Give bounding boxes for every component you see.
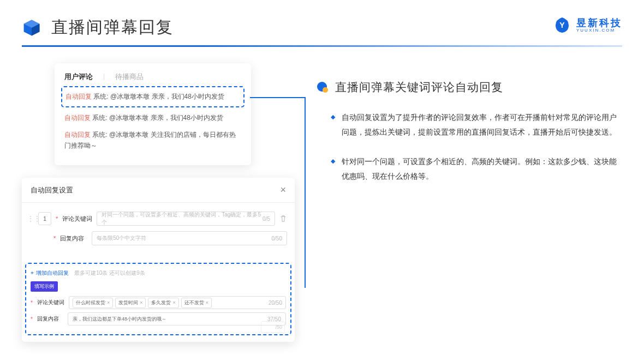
sys-label: 系统: [92,131,109,138]
tag-close-icon[interactable]: × [107,300,110,305]
example-badge: 填写示例 [31,281,58,292]
add-auto-reply-link[interactable]: + 增加自动回复 [31,269,69,277]
section-title: 直播间弹幕关键词评论自动回复 [335,80,503,95]
auto-reply-label: 自动回复 [64,131,91,138]
brand-logo: Y 昱新科技 YUUXIN.COM [553,16,622,34]
ex-content-text: 亲，我们这边都是下单48小时内发货的哦～ [73,316,166,323]
drag-handle-icon[interactable]: ⋮⋮ [27,215,34,222]
content-count: 0/50 [272,236,282,242]
delete-icon[interactable] [279,215,287,222]
auto-reply-settings-panel: 自动回复设置 × ⋮⋮ 1 * 评论关键词 对同一个问题，可设置多个相近、高频的… [22,178,295,342]
sys-label: 系统: [93,93,110,100]
tab-pending-products[interactable]: 待播商品 [115,72,144,82]
page-title: 直播间弹幕回复 [51,16,174,39]
svg-text:Y: Y [559,21,565,29]
keyword-input[interactable]: 对同一个问题，可设置多个相近、高频的关键词，Tag确定，最多5个 0/5 [97,212,275,226]
panel-title: 自动回复设置 [31,185,73,195]
ex-kw-count: 20/50 [269,300,282,306]
svg-point-5 [323,87,328,93]
connector-line-h [250,97,305,98]
tag-close-icon[interactable]: × [140,300,142,305]
ex-content-label: 回复内容 [37,315,63,323]
bullet-point-1: 自动回复设置为了提升作者的评论回复效率，作者可在开播前针对常见的评论用户问题，提… [333,110,622,139]
bullet-icon [317,81,329,93]
required-star: * [56,215,58,222]
ex-content-input[interactable]: 亲，我们这边都是下单48小时内发货的哦～ 37/50 [68,312,286,325]
highlighted-comment: 自动回复 系统: @冰墩墩本墩 亲亲，我们48小时内发货 [61,86,245,107]
ex-keyword-label: 评论关键词 [37,299,64,306]
placeholder-text: 对同一个问题，可设置多个相近、高频的关键词，Tag确定，最多5个 [102,211,263,226]
tag: 还不发货× [181,298,212,308]
example-highlight: + 增加自动回复 最多可建10条 还可以创建9条 填写示例 * 评论关键词 什么… [25,263,291,335]
logo-icon: Y [553,16,571,34]
tag: 什么时候发货× [73,298,113,308]
index-box: 1 [38,212,51,225]
tab-divider [104,74,104,80]
plus-icon: + [31,270,34,276]
sys-label: 系统: [92,114,109,122]
placeholder-text: 每条限50个中文字符 [97,234,146,242]
required-star: * [53,235,56,242]
bullet-point-2: 针对同一个问题，可设置多个相近的、高频的关键词。例如：这款多少钱、这块能优惠吗、… [333,154,622,183]
connector-line-v [305,97,306,288]
keyword-label: 评论关键词 [62,215,92,223]
required-star: * [31,316,33,322]
required-star: * [31,300,33,306]
comment-text: @冰墩墩本墩 关注我们的店铺，每日都有热门推荐呦～ [64,131,236,149]
add-hint: 最多可建10条 还可以创建9条 [74,270,145,276]
comment-text: @冰墩墩本墩 亲亲，我们48小时内发货 [110,93,224,100]
close-icon[interactable]: × [280,184,286,196]
cube-icon [22,18,41,38]
tag-close-icon[interactable]: × [206,300,208,305]
logo-domain: YUUXIN.COM [576,28,622,33]
ex-keyword-tags[interactable]: 什么时候发货× 发货时间× 多久发货× 还不发货× 20/50 [69,296,286,309]
comments-panel: 用户评论 待播商品 自动回复 系统: @冰墩墩本墩 亲亲，我们48小时内发货 自… [55,63,251,165]
tag: 发货时间× [115,298,146,308]
keyword-count: 0/5 [263,216,270,222]
content-label: 回复内容 [60,234,87,243]
tag: 多久发货× [148,298,178,308]
ghost-count: /50 [261,321,285,333]
tab-user-comments[interactable]: 用户评论 [64,72,93,82]
tag-close-icon[interactable]: × [172,300,175,305]
auto-reply-label: 自动回复 [65,93,92,100]
auto-reply-label: 自动回复 [64,114,91,122]
logo-name: 昱新科技 [576,18,622,28]
comment-text: @冰墩墩本墩 亲亲，我们48小时内发货 [109,114,223,122]
content-input[interactable]: 每条限50个中文字符 0/50 [92,231,287,245]
